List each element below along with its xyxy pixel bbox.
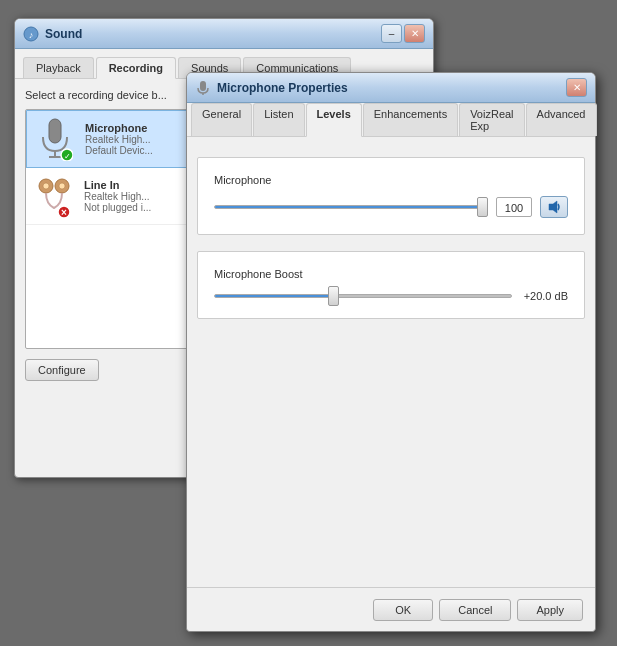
microphone-boost-slider-thumb[interactable] [328,286,339,306]
dialog-content: Microphone 100 Microphone Boost [187,147,595,345]
mic-dialog-icon [195,80,211,96]
svg-point-8 [43,183,49,189]
tab-listen[interactable]: Listen [253,103,304,136]
microphone-boost-value: +20.0 dB [524,290,568,302]
speaker-icon [547,200,561,214]
configure-button[interactable]: Configure [25,359,99,381]
microphone-level-row: 100 [214,196,568,218]
tab-enhancements[interactable]: Enhancements [363,103,458,136]
microphone-boost-label: Microphone Boost [214,268,568,280]
microphone-slider-thumb[interactable] [477,197,488,217]
apply-button[interactable]: Apply [517,599,583,621]
microphone-boost-slider-track[interactable] [214,294,512,298]
svg-rect-13 [200,81,206,91]
cancel-button[interactable]: Cancel [439,599,511,621]
sound-titlebar-buttons: – ✕ [381,24,425,43]
mic-dialog-titlebar: Microphone Properties ✕ [187,73,595,103]
ok-button[interactable]: OK [373,599,433,621]
mic-dialog: Microphone Properties ✕ General Listen L… [186,72,596,632]
svg-point-10 [59,183,65,189]
svg-rect-2 [49,119,61,143]
sound-window-title: Sound [45,27,381,41]
sound-titlebar: ♪ Sound – ✕ [15,19,433,49]
microphone-level-section: Microphone 100 [197,157,585,235]
dialog-tabs: General Listen Levels Enhancements VoizR… [187,103,595,137]
tab-playback[interactable]: Playback [23,57,94,78]
svg-marker-15 [549,201,557,213]
microphone-level-label: Microphone [214,174,568,186]
svg-text:×: × [61,207,67,218]
sound-window-icon: ♪ [23,26,39,42]
svg-text:✓: ✓ [64,152,71,161]
tab-levels[interactable]: Levels [306,103,362,137]
tab-general[interactable]: General [191,103,252,136]
microphone-boost-section: Microphone Boost +20.0 dB [197,251,585,319]
mic-dialog-title: Microphone Properties [217,81,566,95]
microphone-slider-track[interactable] [214,205,488,209]
tab-recording[interactable]: Recording [96,57,176,79]
microphone-icon: ✓ [35,119,75,159]
microphone-boost-row: +20.0 dB [214,290,568,302]
minimize-button[interactable]: – [381,24,402,43]
svg-text:♪: ♪ [29,30,34,40]
microphone-level-value: 100 [496,197,532,217]
dialog-footer: OK Cancel Apply [187,587,595,631]
mic-dialog-close-button[interactable]: ✕ [566,78,587,97]
mic-dialog-titlebar-buttons: ✕ [566,78,587,97]
close-button[interactable]: ✕ [404,24,425,43]
tab-voizreal[interactable]: VoizReal Exp [459,103,524,136]
linein-icon: × [34,176,74,216]
tab-advanced[interactable]: Advanced [526,103,597,136]
microphone-speaker-button[interactable] [540,196,568,218]
